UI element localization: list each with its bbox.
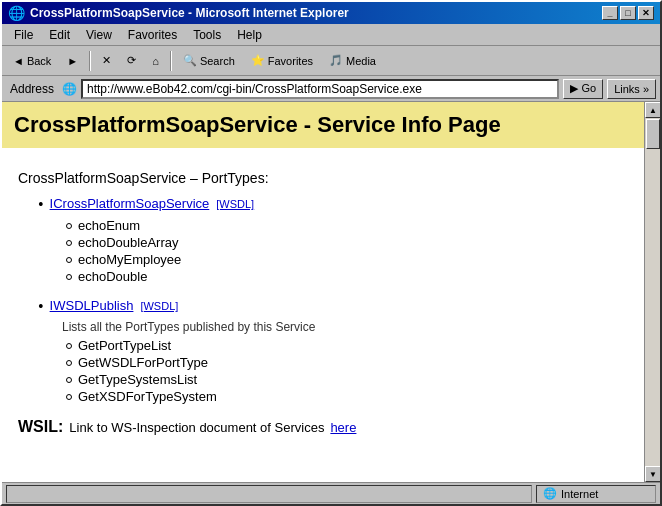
address-icon: 🌐 [62,82,77,96]
service1-methods: echoEnum echoDoubleArray echoMyEmployee [66,218,628,284]
address-input[interactable] [81,79,559,99]
go-icon: ▶ [570,82,578,94]
media-button[interactable]: 🎵 Media [322,49,383,73]
window-title: CrossPlatformSoapService - Microsoft Int… [30,6,349,20]
media-icon: 🎵 [329,54,343,67]
method-item: GetWSDLForPortType [66,355,628,370]
maximize-button[interactable]: □ [620,6,636,20]
scroll-track [645,118,660,466]
favorites-icon: ⭐ [251,54,265,67]
toolbar-separator-2 [170,51,172,71]
method-item: echoEnum [66,218,628,233]
section-title: CrossPlatformSoapService – PortTypes: [18,170,628,186]
service1-list-item: • ICrossPlatformSoapService [WSDL] [38,196,628,214]
title-bar: 🌐 CrossPlatformSoapService - Microsoft I… [2,2,660,24]
method-item: echoDoubleArray [66,235,628,250]
method-item: GetXSDForTypeSystem [66,389,628,404]
status-text [6,485,532,503]
service2-section: • IWSDLPublish [WSDL] Lists all the Port… [38,298,628,404]
service2-description: Lists all the PortTypes published by thi… [62,320,628,334]
service2-wsdl-link[interactable]: [WSDL] [140,300,178,312]
method-item: echoDouble [66,269,628,284]
circle-bullet-icon [66,394,72,400]
zone-label: Internet [561,488,598,500]
circle-bullet-icon [66,377,72,383]
status-bar: 🌐 Internet [2,482,660,504]
go-button[interactable]: ▶ Go [563,79,603,99]
bullet-1: • [38,196,44,214]
method-item: echoMyEmployee [66,252,628,267]
menu-file[interactable]: File [6,26,41,44]
wsil-text: Link to WS-Inspection document of Servic… [69,420,324,435]
menu-tools[interactable]: Tools [185,26,229,44]
service1-section: • ICrossPlatformSoapService [WSDL] echoE… [38,196,628,284]
wsil-here-link[interactable]: here [330,420,356,435]
method-item: GetPortTypeList [66,338,628,353]
circle-bullet-icon [66,360,72,366]
zone-pane: 🌐 Internet [536,485,656,503]
back-arrow-icon: ◄ [13,55,24,67]
service1-wsdl-link[interactable]: [WSDL] [216,198,254,210]
favorites-button[interactable]: ⭐ Favorites [244,49,320,73]
search-icon: 🔍 [183,54,197,67]
scroll-thumb[interactable] [646,119,660,149]
scroll-up-button[interactable]: ▲ [645,102,660,118]
page-title: CrossPlatformSoapService - Service Info … [2,102,644,148]
forward-arrow-icon: ► [67,55,78,67]
scrollbar: ▲ ▼ [644,102,660,482]
method-item: GetTypeSystemsList [66,372,628,387]
close-button[interactable]: ✕ [638,6,654,20]
back-button[interactable]: ◄ Back [6,49,58,73]
toolbar-separator-1 [89,51,91,71]
toolbar: ◄ Back ► ✕ ⟳ ⌂ 🔍 Search ⭐ Favorites 🎵 Me… [2,46,660,76]
menu-favorites[interactable]: Favorites [120,26,185,44]
service2-link[interactable]: IWSDLPublish [50,298,134,313]
menu-edit[interactable]: Edit [41,26,78,44]
status-right: 🌐 Internet [536,485,656,503]
home-button[interactable]: ⌂ [145,49,166,73]
page-content: CrossPlatformSoapService – PortTypes: • … [2,160,644,446]
circle-bullet-icon [66,257,72,263]
service1-link[interactable]: ICrossPlatformSoapService [50,196,210,211]
menu-view[interactable]: View [78,26,120,44]
bullet-2: • [38,298,44,316]
service2-methods: GetPortTypeList GetWSDLForPortType GetTy… [66,338,628,404]
scroll-down-button[interactable]: ▼ [645,466,660,482]
stop-button[interactable]: ✕ [95,49,118,73]
browser-window: 🌐 CrossPlatformSoapService - Microsoft I… [0,0,662,506]
wsil-section: WSIL: Link to WS-Inspection document of … [18,418,628,436]
content-area: CrossPlatformSoapService - Service Info … [2,102,644,482]
circle-bullet-icon [66,223,72,229]
globe-icon: 🌐 [543,487,557,500]
service2-list-item: • IWSDLPublish [WSDL] [38,298,628,316]
links-button[interactable]: Links » [607,79,656,99]
forward-button[interactable]: ► [60,49,85,73]
refresh-button[interactable]: ⟳ [120,49,143,73]
circle-bullet-icon [66,240,72,246]
circle-bullet-icon [66,343,72,349]
wsil-label: WSIL: [18,418,63,436]
minimize-button[interactable]: _ [602,6,618,20]
menu-help[interactable]: Help [229,26,270,44]
content-wrapper: CrossPlatformSoapService - Service Info … [2,102,660,482]
window-icon: 🌐 [8,5,25,21]
menu-bar: File Edit View Favorites Tools Help [2,24,660,46]
window-controls: _ □ ✕ [602,6,654,20]
address-label: Address [6,82,58,96]
address-bar: Address 🌐 ▶ Go Links » [2,76,660,102]
search-button[interactable]: 🔍 Search [176,49,242,73]
circle-bullet-icon [66,274,72,280]
